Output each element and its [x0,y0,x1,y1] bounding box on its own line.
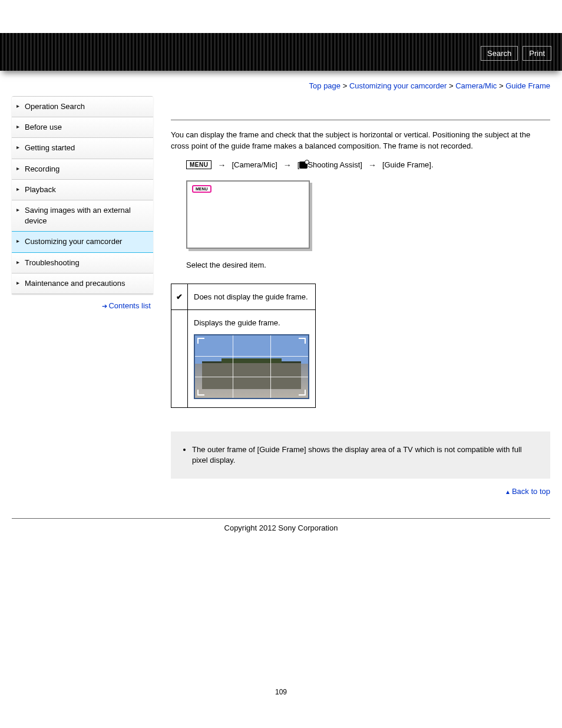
path-shooting-assist: [Shooting Assist] [297,160,362,169]
option-on-cell: Displays the guide frame. [188,309,316,407]
sidebar-item-customizing[interactable]: Customizing your camcorder [12,231,153,252]
select-instruction: Select the desired item. [186,261,550,269]
sidebar-item-operation-search[interactable]: Operation Search [12,97,153,117]
arrow-right-icon: → [368,160,376,170]
checkmark-icon: ✔ [171,284,188,309]
preview-screen: MENU [186,180,310,249]
breadcrumb: Top page > Customizing your camcorder > … [0,71,562,96]
sidebar: Operation Search Before use Getting star… [12,96,153,500]
title-rule [171,120,550,120]
arrow-right-icon: → [283,160,292,170]
sidebar-item-recording[interactable]: Recording [12,159,153,180]
intro-text: You can display the frame and check that… [171,130,550,152]
breadcrumb-sep: > [449,81,454,90]
breadcrumb-sep: > [343,81,348,90]
camcorder-icon [299,162,308,169]
breadcrumb-sep: > [499,81,504,90]
option-on-desc: Displays the guide frame. [194,318,309,327]
breadcrumb-link-camera-mic[interactable]: Camera/Mic [455,81,497,90]
sidebar-item-troubleshooting[interactable]: Troubleshooting [12,253,153,274]
note-text: The outer frame of [Guide Frame] shows t… [192,444,540,466]
breadcrumb-link-customizing[interactable]: Customizing your camcorder [349,81,447,90]
page-number: 109 [0,535,562,714]
search-button[interactable]: Search [481,46,518,61]
header-bar: Search Print [0,33,562,71]
sidebar-item-playback[interactable]: Playback [12,180,153,200]
menu-button-icon: MENU [186,160,211,169]
arrow-right-icon: → [217,160,226,170]
breadcrumb-current[interactable]: Guide Frame [505,81,550,90]
path-camera-mic: [Camera/Mic] [232,160,277,169]
copyright: Copyright 2012 Sony Corporation [0,519,562,535]
sidebar-item-getting-started[interactable]: Getting started [12,138,153,159]
table-row: Displays the guide frame. [171,309,316,407]
option-on-icon-cell [171,309,188,407]
nav-list: Operation Search Before use Getting star… [12,96,153,294]
guide-frame-thumbnail [194,334,309,399]
back-to-top-link[interactable]: Back to top [512,487,550,496]
menu-path: MENU → [Camera/Mic] → [Shooting Assist] … [186,160,550,170]
arrow-right-icon: ➔ [102,302,107,309]
print-button[interactable]: Print [523,46,551,61]
sidebar-item-saving-images[interactable]: Saving images with an external device [12,200,153,232]
options-table: ✔ Does not display the guide frame. Disp… [171,284,316,408]
contents-list-link[interactable]: Contents list [108,301,151,310]
breadcrumb-link-top[interactable]: Top page [309,81,341,90]
sidebar-item-maintenance[interactable]: Maintenance and precautions [12,274,153,294]
table-row: ✔ Does not display the guide frame. [171,284,316,309]
main-content: You can display the frame and check that… [171,96,550,500]
path-guide-frame: [Guide Frame]. [382,160,434,169]
option-off-desc: Does not display the guide frame. [188,284,316,309]
sidebar-item-before-use[interactable]: Before use [12,117,153,138]
note-box: The outer frame of [Guide Frame] shows t… [171,431,550,479]
triangle-up-icon: ▲ [505,489,511,495]
preview-menu-highlight: MENU [192,185,211,193]
